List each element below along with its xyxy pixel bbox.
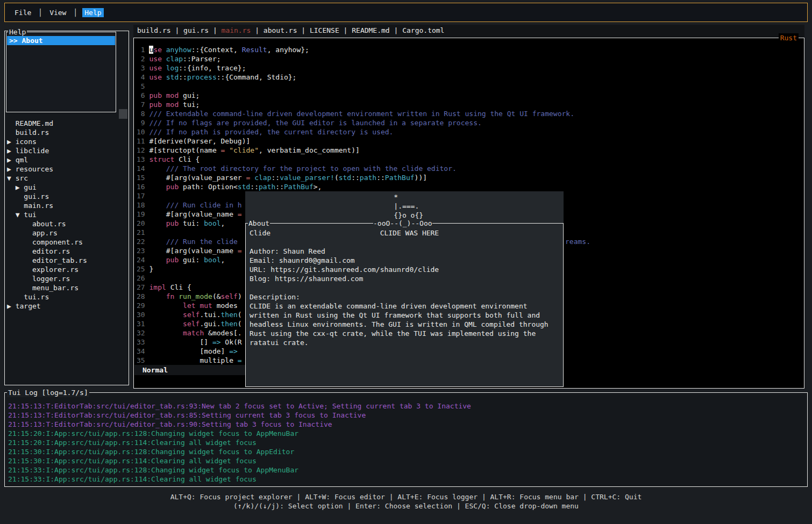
tree-item-editor.rs[interactable]: editor.rs [7, 247, 127, 256]
code-line[interactable]: 9 /// If no flags are provided, the GUI … [137, 118, 574, 127]
code-token: , [221, 219, 225, 227]
code-token: gui; [183, 91, 200, 99]
code-token: ::{Command, Stdio}; [217, 73, 297, 81]
editor-tab-bar: build.rs | gui.rs | main.rs | about.rs |… [133, 25, 804, 38]
code-line[interactable]: 1 use anyhow::{Context, Result, anyhow}; [137, 45, 574, 54]
tree-item-libclide[interactable]: ▶ libclide [7, 146, 127, 155]
line-number: 7 [137, 101, 149, 109]
line-number: 6 [137, 91, 149, 99]
code-token: = [238, 210, 242, 218]
code-token: self [221, 292, 238, 300]
log-line-info: 21:15:20:I:App:src/tui/app.rs:128:Changi… [8, 429, 471, 438]
line-number: 22 [137, 238, 149, 246]
code-fragment: reams. [565, 237, 590, 246]
editor-panel[interactable]: Rust 1 use anyhow::{Context, Result, any… [133, 38, 804, 389]
tree-item-src[interactable]: ▼ src [7, 174, 127, 183]
code-line[interactable]: 2 use clap::Parser; [137, 54, 574, 63]
tree-item-app.rs[interactable]: app.rs [7, 228, 127, 238]
code-token: , verbatim_doc_comment)] [259, 146, 360, 154]
line-number: 12 [137, 146, 149, 154]
code-token: tui; [183, 101, 200, 109]
code-token: gui: [183, 256, 204, 264]
editor-tab-license[interactable]: LICENSE [310, 26, 339, 34]
tui-log-panel: Tui Log [log=1.7/s] 21:15:13:T:EditorTab… [4, 392, 808, 487]
tree-item-tui.rs[interactable]: tui.rs [7, 292, 127, 302]
tree-item-target[interactable]: ▶ target [7, 302, 127, 311]
line-number: 15 [137, 174, 149, 182]
line-number: 26 [137, 274, 149, 282]
tree-item-explorer.rs[interactable]: explorer.rs [7, 265, 127, 274]
tree-item-build.rs[interactable]: build.rs [7, 128, 127, 137]
log-line-info: 21:15:30:I:App:src/tui/app.rs:114:Cleari… [8, 456, 471, 465]
line-number: 1 [137, 46, 149, 54]
tree-item-about.rs[interactable]: about.rs [7, 219, 127, 228]
tree-item-qml[interactable]: ▶ qml [7, 155, 127, 164]
code-line[interactable]: 12 #[structopt(name = "clide", verbatim_… [137, 146, 574, 155]
tree-item-editor_tab.rs[interactable]: editor_tab.rs [7, 256, 127, 265]
code-line[interactable]: 10 /// If no path is provided, the curre… [137, 127, 574, 137]
editor-tab-build.rs[interactable]: build.rs [137, 26, 171, 34]
tree-item-README.md[interactable]: README.md [7, 119, 127, 128]
code-line[interactable]: 15 #[arg(value_parser = clap::value_pars… [137, 173, 574, 182]
tree-item-logger.rs[interactable]: logger.rs [7, 274, 127, 283]
tree-item-menu_bar.rs[interactable]: menu_bar.rs [7, 283, 127, 292]
code-line[interactable]: 13 struct Cli { [137, 155, 574, 164]
menu-bar: File│View│Help [4, 3, 808, 22]
log-line-trace: 21:15:13:T:EditorTab:src/tui/editor_tab.… [8, 411, 471, 420]
popup-content-line: Author: Shaun Reed [250, 247, 549, 256]
line-number: 16 [137, 183, 149, 191]
line-number: 35 [137, 356, 149, 364]
code-token: log [166, 64, 179, 72]
line-number: 17 [137, 192, 149, 200]
code-token: => [229, 347, 238, 355]
popup-content-line: Description: [250, 292, 549, 302]
editor-tab-gui.rs[interactable]: gui.rs [183, 26, 209, 34]
tree-item-tui[interactable]: ▼ tui [7, 210, 127, 219]
code-token: /// Run the clide [149, 238, 241, 246]
code-token: #[arg(value_parser [149, 174, 246, 182]
code-line[interactable]: 3 use log::{info, trace}; [137, 63, 574, 73]
menu-item-view[interactable]: View [47, 8, 68, 17]
code-token: #[arg(value_name [149, 210, 237, 218]
code-line[interactable]: 8 /// Extendable command-line driven dev… [137, 109, 574, 118]
code-token: /// If no flags are provided, the GUI ed… [149, 119, 481, 127]
code-token: :: [271, 174, 280, 182]
editor-tab-cargo.toml[interactable]: Cargo.toml [402, 26, 444, 34]
line-number: 33 [137, 338, 149, 346]
menu-item-help[interactable]: Help [82, 8, 103, 17]
code-token: ) [238, 292, 242, 300]
editor-tab-readme.md[interactable]: README.md [352, 26, 389, 34]
editor-tab-about.rs[interactable]: about.rs [263, 26, 297, 34]
code-line[interactable]: 14 /// The root directory for the projec… [137, 164, 574, 173]
code-line[interactable]: 16 pub path: Option<std::path::PathBuf>, [137, 182, 574, 191]
code-token: run_mode [179, 292, 212, 300]
code-token: , [221, 256, 225, 264]
menu-item-file[interactable]: File [12, 8, 33, 17]
tree-item-gui.rs[interactable]: gui.rs [7, 192, 127, 201]
tree-item-gui[interactable]: ▶ gui [7, 183, 127, 192]
code-token: #[structopt(name [149, 146, 220, 154]
tree-item-resources[interactable]: ▶ resources [7, 164, 127, 174]
code-line[interactable]: 11 #[derive(Parser, Debug)] [137, 137, 574, 146]
explorer-scrollbar-thumb[interactable] [119, 109, 127, 119]
code-token: multiple [149, 356, 237, 364]
popup-content-line: headless Linux environments. The GUI is … [250, 320, 549, 329]
code-line[interactable]: 6 pub mod gui; [137, 91, 574, 100]
code-token: self [149, 311, 200, 319]
code-token: /// If no path is provided, the current … [149, 128, 393, 136]
code-token: /// Extendable command-line driven devel… [149, 110, 574, 118]
tree-item-main.rs[interactable]: main.rs [7, 201, 127, 210]
log-line-info: 21:15:33:I:App:src/tui/app.rs:128:Changi… [8, 465, 471, 475]
code-token: process [187, 73, 217, 81]
log-line-info: 21:15:20:I:App:src/tui/app.rs:114:Cleari… [8, 438, 471, 447]
tree-item-component.rs[interactable]: component.rs [7, 238, 127, 247]
code-line[interactable]: 7 pub mod tui; [137, 100, 574, 109]
code-line[interactable]: 5 [137, 82, 574, 91]
editor-tab-main.rs[interactable]: main.rs [222, 26, 251, 34]
tree-item-icons[interactable]: ▶ icons [7, 137, 127, 146]
dropdown-item-about[interactable]: >> About [7, 36, 115, 45]
code-line[interactable]: 4 use std::process::{Command, Stdio}; [137, 73, 574, 82]
line-number: 3 [137, 64, 149, 72]
popup-content-line: Rust using the cxx-qt crate, while the T… [250, 329, 549, 338]
tab-separator: | [390, 26, 402, 34]
